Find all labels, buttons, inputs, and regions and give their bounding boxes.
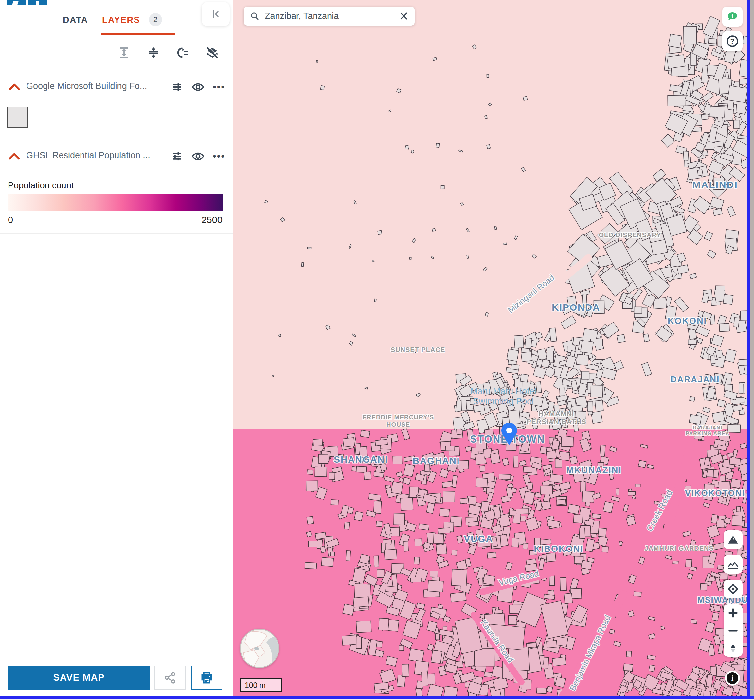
layers-count-badge: 2 — [149, 13, 162, 26]
scale-label: 100 m — [245, 681, 266, 690]
locate-icon — [726, 583, 740, 596]
app-logo[interactable] — [6, 0, 47, 5]
eye-icon — [191, 150, 205, 163]
share-icon — [163, 671, 177, 684]
layer-title: GHSL Residential Population ... — [26, 150, 150, 161]
overview-globe[interactable] — [240, 629, 279, 668]
window-edge-right — [747, 0, 750, 700]
basemap-style-button[interactable] — [724, 530, 743, 549]
help-button[interactable]: ? — [722, 31, 743, 52]
collapse-legend-chevron-icon[interactable] — [8, 151, 20, 161]
layer-visibility-button[interactable] — [191, 80, 205, 94]
mountains-outline-icon — [726, 558, 740, 571]
layer-title: Google Microsoft Building Fo... — [26, 81, 147, 91]
zoom-controls — [724, 605, 743, 657]
window-edge-bottom-white — [0, 699, 754, 700]
left-panel: DATA LAYERS 2 — [0, 0, 233, 696]
eye-icon — [191, 80, 205, 94]
divider — [0, 233, 233, 234]
feedback-chat-button[interactable]: i — [722, 6, 743, 27]
layer-row-buildings[interactable]: Google Microsoft Building Fo... — [0, 78, 233, 97]
expand-all-legends-button[interactable] — [116, 45, 131, 60]
logo-square-2 — [28, 0, 47, 5]
map-label: KIPONDA — [552, 302, 600, 313]
save-map-button[interactable]: SAVE MAP — [8, 666, 150, 689]
tab-data[interactable]: DATA — [63, 15, 88, 25]
collapse-all-legends-button[interactable] — [146, 45, 161, 60]
reorder-layers-button[interactable] — [175, 45, 191, 60]
map-label: VIKOKOTONI — [685, 488, 745, 498]
map-label: KIBOKONI — [534, 544, 583, 554]
map-label: VUGA — [464, 534, 493, 544]
map-label: Maru Maru HotelSwimming Pool — [470, 386, 536, 406]
hide-all-layers-button[interactable] — [205, 45, 220, 60]
ellipsis-icon: ••• — [213, 155, 225, 158]
map-label: SHANGANI — [334, 454, 388, 464]
map-label: SUNSET PLACE — [391, 346, 445, 353]
search-input[interactable] — [264, 11, 399, 22]
sliders-icon — [171, 81, 183, 93]
map-label: OLD DISPENSARY — [599, 231, 661, 239]
map-label: MKUNAZINI — [566, 466, 621, 475]
mountain-filled-icon — [726, 533, 740, 546]
layer-visibility-button[interactable] — [191, 149, 205, 164]
buildings-legend-swatch — [7, 107, 28, 128]
map-canvas[interactable]: MALINDIOLD DISPENSARYKIPONDAKOKONIMizing… — [233, 0, 747, 696]
map-search-box — [244, 6, 415, 25]
clear-search-button[interactable] — [399, 11, 409, 21]
window-edge-bottom — [0, 696, 754, 699]
layers-toolbar — [116, 45, 220, 60]
layers-off-icon — [205, 45, 220, 60]
svg-text:i: i — [732, 13, 734, 19]
window-edge-gray — [750, 0, 754, 700]
layer-more-options-button[interactable]: ••• — [212, 80, 226, 94]
map-label: DARAJANI — [671, 375, 720, 384]
plus-icon — [727, 608, 738, 619]
logo-square-1 — [6, 0, 25, 5]
collapse-left-icon — [210, 8, 221, 20]
print-map-button[interactable] — [191, 666, 222, 689]
layer-settings-button[interactable] — [170, 80, 184, 94]
locate-me-button[interactable] — [724, 580, 743, 598]
legend-title: Population count — [8, 181, 74, 191]
collapse-legend-chevron-icon[interactable] — [8, 82, 20, 92]
basemap-svg: MALINDIOLD DISPENSARYKIPONDAKOKONIMizing… — [233, 0, 747, 696]
search-icon — [250, 11, 260, 21]
map-label: KOKONI — [668, 316, 707, 326]
collapse-panel-button[interactable] — [202, 2, 230, 26]
active-tab-underline — [101, 33, 175, 35]
legend-max-value: 2500 — [201, 214, 222, 225]
map-label: MALINDI — [693, 179, 738, 190]
scale-bar: 100 m — [240, 678, 282, 692]
expand-legends-icon — [117, 46, 131, 59]
legend-min-value: 0 — [8, 214, 13, 225]
zoom-out-button[interactable] — [724, 622, 743, 639]
pitch-toggle-button[interactable] — [724, 639, 743, 657]
app-window: DATA LAYERS 2 — [0, 0, 754, 700]
map-label: JAMHURI GARDENS — [644, 545, 714, 552]
close-icon — [399, 11, 409, 21]
layer-row-population[interactable]: GHSL Residential Population ... — [0, 148, 233, 166]
reorder-layers-icon — [176, 46, 190, 59]
sliders-icon — [171, 150, 183, 162]
ellipsis-icon: ••• — [213, 85, 225, 89]
info-icon: i — [726, 672, 738, 684]
svg-text:?: ? — [730, 37, 734, 45]
question-icon: ? — [726, 34, 739, 48]
attribution-button[interactable]: i — [725, 670, 740, 686]
population-gradient-legend — [8, 194, 223, 211]
share-map-button[interactable] — [154, 666, 186, 689]
printer-icon — [200, 670, 214, 685]
layer-settings-button[interactable] — [170, 149, 184, 164]
chat-info-icon: i — [726, 10, 739, 23]
terrain-style-button[interactable] — [724, 555, 743, 574]
map-label: BAGHANI — [413, 456, 460, 466]
zoom-in-button[interactable] — [724, 605, 743, 622]
layer-more-options-button[interactable]: ••• — [212, 149, 226, 164]
panel-tabs: DATA LAYERS 2 — [0, 9, 233, 33]
tab-layers[interactable]: LAYERS — [102, 15, 140, 25]
pitch-arrows-icon — [727, 643, 738, 654]
minus-icon — [727, 625, 738, 636]
collapse-legends-icon — [147, 46, 160, 59]
